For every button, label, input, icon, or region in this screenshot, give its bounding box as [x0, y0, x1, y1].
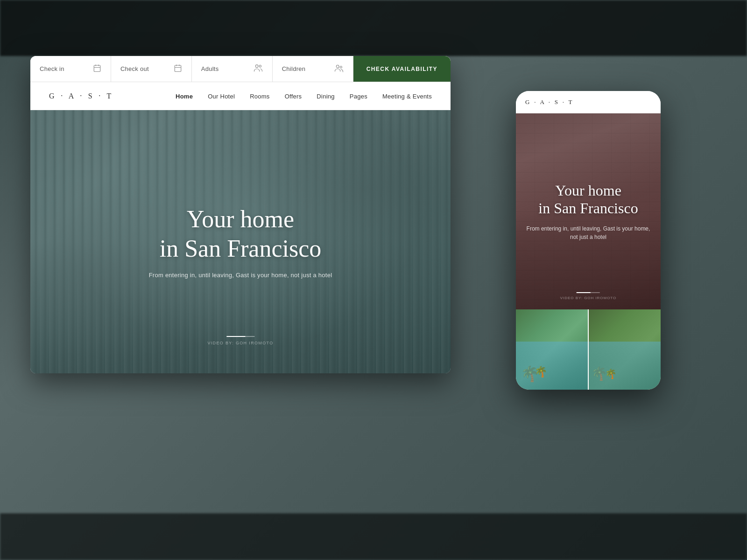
nav-link-offers[interactable]: Offers [285, 93, 302, 100]
adults-icon [254, 64, 263, 74]
desktop-hero: Your home in San Francisco From entering… [30, 110, 451, 373]
check-out-field[interactable]: Check out [111, 56, 192, 82]
children-label: Children [282, 65, 306, 72]
svg-rect-4 [175, 65, 181, 72]
hero-title-line2: in San Francisco [160, 235, 322, 262]
mobile-thumbnail-1[interactable] [516, 309, 588, 390]
desktop-hero-content: Your home in San Francisco From entering… [140, 196, 342, 288]
desktop-navigation: G · A · S · T Home Our Hotel Rooms Offer… [30, 82, 451, 110]
mobile-logo: G · A · S · T [525, 98, 574, 106]
adults-field[interactable]: Adults [192, 56, 273, 82]
desktop-hero-bottom: VIDEO BY: GOH IROMOTO [207, 336, 273, 345]
booking-bar: Check in Check out [30, 56, 451, 82]
hero-title-line1: Your home [187, 206, 294, 232]
calendar-icon-checkin [93, 64, 101, 74]
mobile-hero: Your home in San Francisco From entering… [516, 113, 661, 309]
svg-point-10 [336, 65, 339, 68]
svg-rect-0 [94, 65, 100, 72]
bg-dark-top [0, 0, 747, 56]
children-field[interactable]: Children [273, 56, 353, 82]
check-in-field[interactable]: Check in [30, 56, 111, 82]
calendar-icon-checkout [174, 64, 182, 74]
desktop-logo: G · A · S · T [49, 92, 113, 100]
children-icon [334, 64, 344, 74]
mobile-hero-bottom: VIDEO BY: GOH IROMOTO [560, 292, 616, 300]
nav-link-events[interactable]: Meeting & Events [382, 93, 432, 100]
mobile-thumbnail-2[interactable] [588, 309, 661, 390]
nav-item-pages[interactable]: Pages [350, 92, 367, 100]
desktop-video-credit: VIDEO BY: GOH IROMOTO [207, 341, 273, 345]
mobile-thumbnails [516, 309, 661, 390]
nav-item-offers[interactable]: Offers [285, 92, 302, 100]
mobile-navigation: G · A · S · T [516, 91, 661, 113]
desktop-hero-title: Your home in San Francisco [149, 205, 332, 263]
desktop-hero-subtitle: From entering in, until leaving, Gast is… [149, 272, 332, 279]
mobile-video-credit: VIDEO BY: GOH IROMOTO [560, 296, 616, 300]
desktop-mockup: Check in Check out [30, 56, 451, 373]
pool-water-2 [589, 342, 661, 390]
nav-item-rooms[interactable]: Rooms [250, 92, 269, 100]
mobile-progress-indicator [577, 292, 600, 293]
nav-link-pages[interactable]: Pages [350, 93, 367, 100]
nav-item-dining[interactable]: Dining [317, 92, 334, 100]
check-in-label: Check in [40, 65, 64, 72]
nav-link-hotel[interactable]: Our Hotel [208, 93, 235, 100]
nav-link-dining[interactable]: Dining [317, 93, 334, 100]
nav-link-rooms[interactable]: Rooms [250, 93, 269, 100]
svg-point-9 [259, 65, 261, 67]
hero-progress-indicator [226, 336, 254, 337]
bg-dark-bottom [0, 513, 747, 560]
mobile-title-line2: in San Francisco [538, 200, 638, 217]
adults-label: Adults [201, 65, 219, 72]
mobile-hero-subtitle: From entering in, until leaving, Gast is… [525, 224, 651, 241]
mobile-title-line1: Your home [555, 182, 621, 199]
nav-link-home[interactable]: Home [176, 93, 193, 100]
check-availability-button[interactable]: CHECK AVAILABILITY [353, 56, 451, 82]
check-out-label: Check out [120, 65, 149, 72]
mobile-mockup: G · A · S · T Your home in San Francisco… [516, 91, 661, 390]
nav-item-home[interactable]: Home [176, 92, 193, 100]
pool-water-1 [516, 342, 588, 390]
nav-item-hotel[interactable]: Our Hotel [208, 92, 235, 100]
nav-item-events[interactable]: Meeting & Events [382, 92, 432, 100]
desktop-nav-links: Home Our Hotel Rooms Offers Dining Pages… [176, 92, 432, 100]
svg-point-8 [255, 64, 258, 67]
svg-point-11 [340, 66, 342, 68]
mobile-hero-content: Your home in San Francisco From entering… [516, 172, 661, 251]
mobile-hero-title: Your home in San Francisco [525, 182, 651, 217]
